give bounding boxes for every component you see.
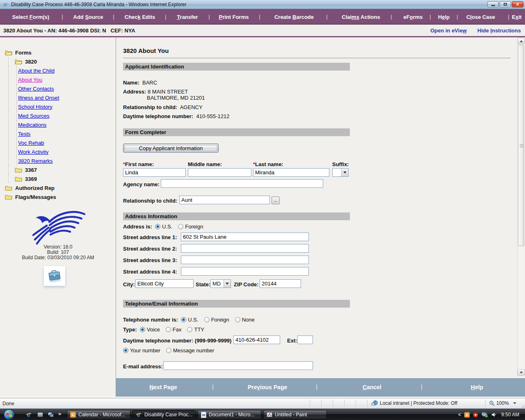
menu-eforms[interactable]: eForms xyxy=(404,14,423,20)
street-line1-input[interactable] xyxy=(181,233,309,241)
menu-print-forms[interactable]: Print Forms xyxy=(219,14,249,20)
menu-exit[interactable]: Exit xyxy=(512,14,522,20)
volume-tray-icon[interactable] xyxy=(491,412,496,417)
scrollbar-grip xyxy=(520,146,523,146)
tree-link-work-activity[interactable]: Work Activity xyxy=(0,147,116,156)
menu-separator: | xyxy=(165,14,166,20)
clock[interactable]: 9:50 AM xyxy=(501,412,519,418)
tree-node-3820[interactable]: 3820 xyxy=(0,57,116,66)
scroll-down-button[interactable] xyxy=(518,369,525,376)
tree-link-illness-and-onset[interactable]: Illness and Onset xyxy=(0,93,116,102)
zone-text: Local intranet | Protected Mode: Off xyxy=(380,400,457,406)
last-name-input[interactable] xyxy=(253,168,329,177)
tree-link-tests[interactable]: Tests xyxy=(0,129,116,138)
suffix-select[interactable] xyxy=(332,168,349,177)
tree-link-school-history[interactable]: School History xyxy=(0,102,116,111)
zip-code-input[interactable] xyxy=(260,279,301,288)
close-icon: ✕ xyxy=(516,2,519,7)
suffix-label: Suffix: xyxy=(332,161,349,167)
tree-node-3369[interactable]: 3369 xyxy=(0,174,116,183)
folder-closed-icon xyxy=(15,176,22,182)
type-tty-radio[interactable] xyxy=(187,327,192,332)
menu-claims-actions[interactable]: Claims Actions xyxy=(342,14,380,20)
previous-page-button[interactable]: Previous Page xyxy=(248,384,288,390)
relationship-to-child-input[interactable] xyxy=(179,196,270,204)
street-line3-label: Street address line 3: xyxy=(123,257,177,263)
alert-tray-icon[interactable] xyxy=(473,412,478,418)
type-fax-radio[interactable] xyxy=(166,327,171,332)
case-breadcrumb: 3820 About You - AN: 446-46-3908 DSI: N … xyxy=(3,27,135,34)
menu-select-forms[interactable]: Select Form(s) xyxy=(12,14,49,20)
phone-us-radio[interactable] xyxy=(181,317,186,322)
minimize-button[interactable] xyxy=(487,1,499,7)
open-in-eview-link[interactable]: Open in eView xyxy=(430,27,467,34)
ext-input[interactable] xyxy=(297,336,313,344)
quicklaunch-overflow-chevron[interactable]: » xyxy=(58,411,61,417)
next-page-button[interactable]: Next Page xyxy=(149,384,177,390)
tree-link-other-contacts[interactable]: Other Contacts xyxy=(0,84,116,93)
phone-foreign-radio[interactable] xyxy=(204,317,210,322)
first-name-input[interactable] xyxy=(123,168,186,177)
phone-none-radio[interactable] xyxy=(235,317,240,322)
restore-button[interactable] xyxy=(500,1,511,7)
email-address-input[interactable] xyxy=(163,361,313,370)
daytime-number-input[interactable] xyxy=(233,336,280,344)
scroll-up-button[interactable] xyxy=(518,38,525,44)
tree-link-3820-remarks[interactable]: 3820 Remarks xyxy=(0,156,116,165)
network-tray-icon[interactable] xyxy=(482,412,488,418)
message-number-radio[interactable] xyxy=(166,348,171,353)
email-address-label: E-mail address: xyxy=(123,363,163,370)
taskbar-button-word[interactable]: W Document1 - Micro... xyxy=(198,410,261,419)
quicklaunch-ie-icon[interactable]: e xyxy=(25,411,33,418)
agency-name-input[interactable] xyxy=(161,179,323,188)
street-line3-input[interactable] xyxy=(181,256,309,264)
tree-node-forms[interactable]: Forms xyxy=(0,48,116,57)
street-line4-input[interactable] xyxy=(181,267,309,276)
section-form-completer: Form Completer xyxy=(123,128,350,136)
show-desktop-icon[interactable] xyxy=(36,411,44,418)
menu-help[interactable]: Help xyxy=(438,14,450,20)
taskbar-button-disability-case[interactable]: e Disability Case Proc... xyxy=(132,410,196,419)
relationship-value: AGENCY xyxy=(180,104,203,110)
hide-instructions-link[interactable]: Hide Instructions xyxy=(477,27,521,34)
menu-create-barcode[interactable]: Create Barcode xyxy=(274,14,314,20)
menu-add-source[interactable]: Add Source xyxy=(73,14,103,20)
copy-applicant-information-button[interactable]: Copy Applicant Information xyxy=(123,144,219,153)
menu-transfer[interactable]: Transfer xyxy=(177,14,198,20)
browser-statusbar: Done Local intranet | Protected Mode: Of… xyxy=(0,398,525,409)
address-us-radio[interactable] xyxy=(155,224,160,229)
close-button[interactable]: ✕ xyxy=(512,1,523,7)
taskbar-button-calendar[interactable]: Calendar - Microsof... xyxy=(67,410,130,419)
tree-node-flags-messages[interactable]: Flags/Messages xyxy=(0,192,116,201)
tree-link-about-you[interactable]: About You xyxy=(0,75,116,84)
your-number-radio[interactable] xyxy=(123,348,128,353)
tree-link-medications[interactable]: Medications xyxy=(0,120,116,129)
help-button[interactable]: Help xyxy=(471,384,483,390)
tree-node-authorized-rep[interactable]: Authorized Rep xyxy=(0,183,116,192)
menu-close-case[interactable]: Close Case xyxy=(466,14,495,20)
status-text: Done xyxy=(2,401,14,406)
tray-expand-chevron[interactable]: < xyxy=(458,412,461,418)
tree-link-voc-rehab[interactable]: Voc Rehab xyxy=(0,138,116,147)
ext-label: Ext: xyxy=(287,338,297,344)
switch-windows-icon[interactable] xyxy=(47,411,55,418)
tree-link-about-the-child[interactable]: About the Child xyxy=(0,66,116,75)
outlook-reminder-tray-icon[interactable] xyxy=(464,412,470,418)
middle-name-input[interactable] xyxy=(188,168,251,177)
city-input[interactable] xyxy=(135,279,194,288)
menu-check-edits[interactable]: Check Edits xyxy=(125,14,155,20)
cancel-button[interactable]: Cancel xyxy=(363,384,381,390)
taskbar-button-paint[interactable]: Untitled - Paint xyxy=(263,410,327,419)
vertical-scrollbar[interactable] xyxy=(517,38,524,376)
type-voice-radio[interactable] xyxy=(140,327,145,332)
zoom-control[interactable]: 100% xyxy=(489,400,516,406)
relationship-browse-button[interactable]: ... xyxy=(272,196,280,204)
state-select[interactable]: MD xyxy=(210,279,231,288)
tree-node-3367[interactable]: 3367 xyxy=(0,165,116,174)
start-button[interactable] xyxy=(4,409,14,420)
street-line2-input[interactable] xyxy=(181,244,309,253)
address-foreign-radio[interactable] xyxy=(178,224,183,229)
tree-link-med-sources[interactable]: Med Sources xyxy=(0,111,116,120)
scrollbar-thumb[interactable] xyxy=(518,45,524,246)
ssa-eagle-logo xyxy=(26,207,89,248)
